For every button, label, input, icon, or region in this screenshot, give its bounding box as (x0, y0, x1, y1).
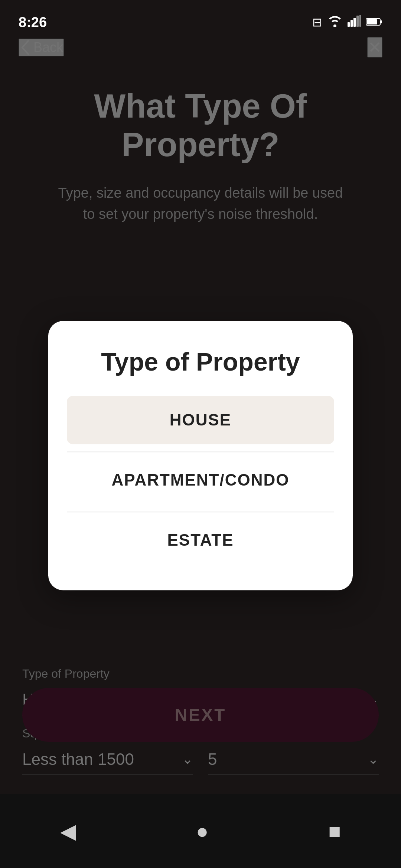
bottom-nav-bar: ◀ ● ■ (0, 794, 401, 868)
option-house[interactable]: HOUSE (67, 396, 334, 444)
battery-icon (366, 16, 382, 29)
svg-rect-6 (367, 19, 377, 24)
property-type-modal: Type of Property HOUSE APARTMENT/CONDO E… (48, 321, 353, 590)
svg-rect-0 (348, 22, 350, 27)
divider-1 (67, 451, 334, 452)
divider-2 (67, 512, 334, 512)
status-time: 8:26 (19, 14, 47, 30)
status-icons: ⊟ (312, 15, 382, 30)
option-apartment-condo[interactable]: APARTMENT/CONDO (67, 456, 334, 504)
nav-home-button[interactable]: ● (196, 819, 209, 843)
svg-rect-7 (381, 20, 382, 23)
svg-rect-3 (356, 16, 359, 27)
option-estate[interactable]: ESTATE (67, 516, 334, 564)
nav-back-button[interactable]: ◀ (60, 819, 76, 843)
svg-rect-1 (351, 20, 353, 27)
svg-rect-2 (353, 18, 356, 27)
nav-recents-button[interactable]: ■ (329, 819, 341, 843)
modal-title: Type of Property (67, 347, 334, 377)
status-bar: 8:26 ⊟ (0, 0, 401, 37)
svg-rect-4 (359, 15, 361, 27)
wifi-icon (327, 15, 342, 30)
sim-icon: ⊟ (312, 15, 322, 29)
signal-icon (348, 15, 361, 30)
